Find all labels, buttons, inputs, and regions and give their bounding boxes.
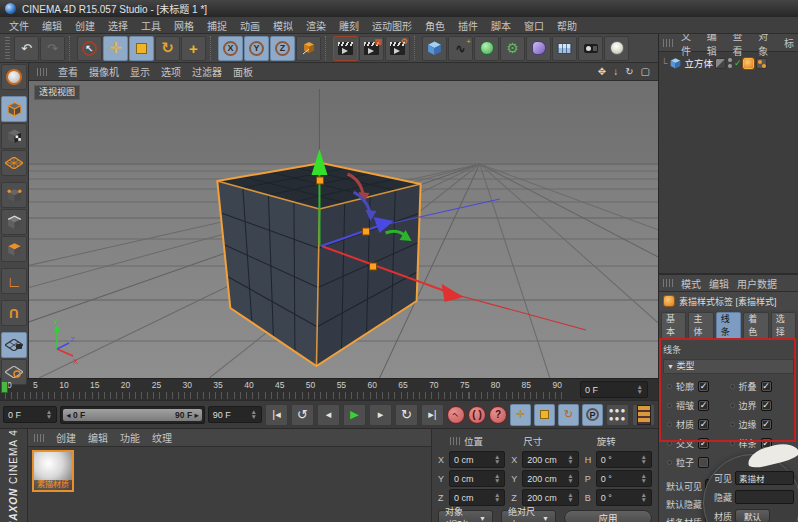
- material-menu-edit[interactable]: 编辑: [88, 430, 108, 445]
- object-manager-grip[interactable]: [663, 39, 673, 47]
- axis-mode-button[interactable]: ∟: [1, 268, 27, 294]
- z-handle[interactable]: [363, 228, 370, 235]
- lock-workplane-button[interactable]: [1, 332, 27, 358]
- key-rotation-toggle[interactable]: ↻: [558, 404, 579, 426]
- play-button[interactable]: ▶: [343, 404, 366, 426]
- menu-mesh[interactable]: 网格: [174, 18, 194, 33]
- tab-shading[interactable]: 着色: [743, 312, 768, 340]
- current-frame-field[interactable]: 0 F▲▼: [580, 381, 648, 398]
- coordinate-system-button[interactable]: [296, 36, 321, 61]
- checkbox-border[interactable]: 边界✓: [730, 399, 791, 412]
- checkbox-icon[interactable]: [698, 457, 709, 468]
- material-menu-texture[interactable]: 纹理: [152, 430, 172, 445]
- menu-snap[interactable]: 捕捉: [207, 18, 227, 33]
- material-menu-function[interactable]: 功能: [120, 430, 140, 445]
- attribute-manager-grip[interactable]: [663, 279, 673, 287]
- menu-edit[interactable]: 编辑: [42, 18, 62, 33]
- scale-tool-button[interactable]: [129, 36, 154, 61]
- redo-button[interactable]: ↷: [40, 36, 65, 61]
- viewport-zoom-icon[interactable]: ↓: [613, 66, 618, 77]
- viewport-menu-display[interactable]: 显示: [130, 64, 150, 79]
- rotation-p-field[interactable]: 0 °▲▼: [596, 470, 652, 487]
- checkbox-icon[interactable]: ✓: [698, 381, 709, 392]
- timeline-track[interactable]: 051015202530354045505560657075808590: [0, 379, 574, 400]
- edges-mode-button[interactable]: [1, 209, 27, 235]
- phong-tag-icon[interactable]: [743, 58, 754, 69]
- add-deformer-button[interactable]: [526, 36, 551, 61]
- add-camera-button[interactable]: [578, 36, 603, 61]
- viewport-canvas[interactable]: Y X Z: [29, 81, 658, 378]
- material-menu-create[interactable]: 创建: [56, 430, 76, 445]
- checkbox-icon[interactable]: ✓: [698, 438, 709, 449]
- keyframe-selection-button[interactable]: ?: [489, 406, 507, 424]
- toolbar-grip[interactable]: [5, 37, 10, 59]
- tab-selection[interactable]: 选择: [771, 312, 796, 340]
- lock-x-axis-button[interactable]: X: [218, 36, 243, 61]
- viewport-rotate-icon[interactable]: ↻: [625, 66, 633, 77]
- texture-mode-button[interactable]: [1, 123, 27, 149]
- stepper-icon[interactable]: ▲▼: [637, 385, 643, 395]
- checkbox-icon[interactable]: ✓: [761, 400, 772, 411]
- render-view-button[interactable]: [333, 36, 358, 61]
- sketch-style-tag-icon[interactable]: [756, 58, 767, 69]
- checkbox-creases[interactable]: 褶皱✓: [667, 399, 728, 412]
- position-x-field[interactable]: 0 cm▲▼: [449, 451, 505, 468]
- autokey-button[interactable]: ( ): [468, 406, 486, 424]
- tab-main[interactable]: 主体: [688, 312, 713, 340]
- visibility-dots-icon[interactable]: [728, 58, 732, 68]
- object-name[interactable]: 立方体: [684, 56, 713, 70]
- key-pla-toggle[interactable]: ●●●●●●: [606, 404, 629, 426]
- checkbox-edges[interactable]: 边缘✓: [730, 418, 791, 431]
- key-parameter-toggle[interactable]: P: [582, 404, 603, 426]
- checkbox-icon[interactable]: ✓: [761, 419, 772, 430]
- size-y-field[interactable]: 200 cm▲▼: [522, 470, 578, 487]
- stepper-icon[interactable]: ▲▼: [46, 410, 52, 420]
- viewport-menu-options[interactable]: 选项: [161, 64, 181, 79]
- viewport-pan-icon[interactable]: ✥: [598, 66, 606, 77]
- material-thumbnail[interactable]: 素描材质: [32, 450, 74, 492]
- menu-create[interactable]: 创建: [75, 18, 95, 33]
- apply-button[interactable]: 应用: [564, 510, 652, 522]
- menu-file[interactable]: 文件: [9, 18, 29, 33]
- menu-sculpt[interactable]: 雕刻: [339, 18, 359, 33]
- object-manager-list[interactable]: └ 立方体 ✓: [659, 52, 798, 274]
- viewport-toggle-icon[interactable]: ▢: [641, 66, 650, 77]
- key-scale-toggle[interactable]: [534, 404, 555, 426]
- goto-start-button[interactable]: |◂: [265, 404, 288, 426]
- undo-button[interactable]: ↶: [14, 36, 39, 61]
- om-menu-objects[interactable]: 对象: [758, 34, 776, 58]
- menu-window[interactable]: 窗口: [524, 18, 544, 33]
- render-settings-button[interactable]: ⚙: [385, 36, 410, 61]
- make-editable-button[interactable]: [1, 64, 27, 90]
- om-menu-view[interactable]: 查看: [733, 34, 751, 58]
- size-mode-dropdown[interactable]: 绝对尺寸▼: [501, 510, 556, 522]
- motion-system-button[interactable]: [632, 404, 655, 426]
- rotation-h-field[interactable]: 0 °▲▼: [596, 451, 652, 468]
- position-y-field[interactable]: 0 cm▲▼: [449, 470, 505, 487]
- menu-tools[interactable]: 工具: [141, 18, 161, 33]
- render-picture-viewer-button[interactable]: ▦: [359, 36, 384, 61]
- move-tool-button[interactable]: ✛: [103, 36, 128, 61]
- om-menu-file[interactable]: 文件: [681, 34, 699, 58]
- om-menu-tags[interactable]: 标: [784, 35, 794, 50]
- menu-script[interactable]: 脚本: [491, 18, 511, 33]
- add-subdivision-surface-button[interactable]: [474, 36, 499, 61]
- add-environment-button[interactable]: [552, 36, 577, 61]
- stepper-icon[interactable]: ▲▼: [251, 410, 257, 420]
- size-z-field[interactable]: 200 cm▲▼: [522, 489, 578, 506]
- am-menu-edit[interactable]: 编辑: [709, 276, 729, 291]
- rotate-tool-button[interactable]: ↻: [155, 36, 180, 61]
- viewport-menu-panel[interactable]: 面板: [233, 64, 253, 79]
- menu-character[interactable]: 角色: [425, 18, 445, 33]
- menu-select[interactable]: 选择: [108, 18, 128, 33]
- tab-lines[interactable]: 线条: [716, 312, 741, 340]
- rotation-b-field[interactable]: 0 °▲▼: [596, 489, 652, 506]
- checkbox-material[interactable]: 材质✓: [667, 418, 728, 431]
- checkbox-intersections[interactable]: 交叉✓: [667, 437, 728, 450]
- am-menu-userdata[interactable]: 用户数据: [737, 276, 777, 291]
- lock-y-axis-button[interactable]: Y: [244, 36, 269, 61]
- live-selection-button[interactable]: ↖: [77, 36, 102, 61]
- viewport-menu-grip[interactable]: [37, 68, 47, 76]
- points-mode-button[interactable]: [1, 182, 27, 208]
- model-mode-button[interactable]: [1, 96, 27, 122]
